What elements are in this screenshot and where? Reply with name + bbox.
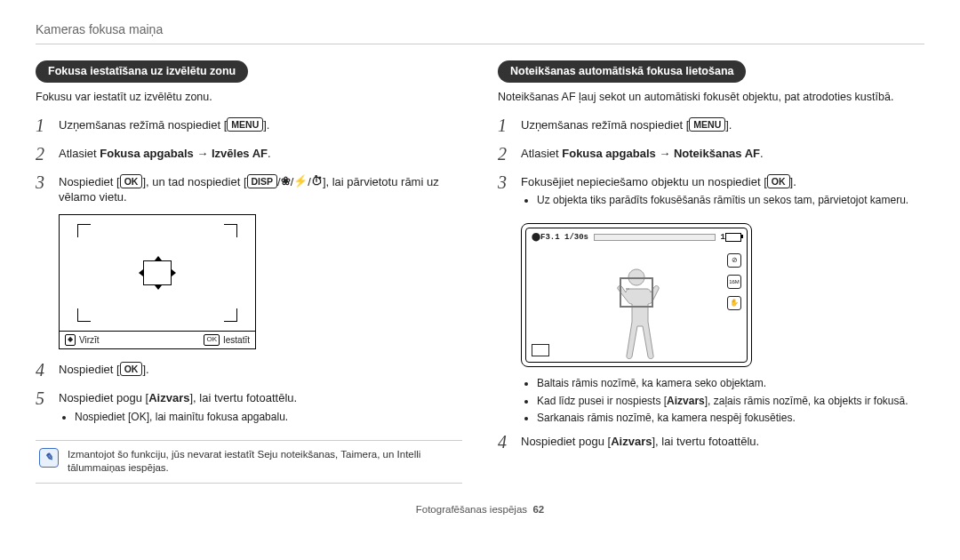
right-column: Noteikšanas automātiskā fokusa lietošana… — [498, 60, 924, 484]
page-footer: Fotografēšanas iespējas 62 — [36, 503, 924, 517]
image-size-icon: 16M — [727, 275, 741, 289]
step-number: 2 — [498, 144, 514, 164]
move-hint: ◆Virzīt — [65, 334, 100, 347]
step-1-right: 1 Uzņemšanas režīmā nospiediet [MENU]. — [498, 116, 924, 135]
intro-right: Noteikšanas AF ļauj sekot un automātiski… — [498, 90, 924, 105]
battery-icon — [725, 233, 741, 242]
menu-button-glyph: MENU — [227, 117, 263, 132]
step-number: 4 — [36, 360, 52, 380]
bold-path: Fokusa apgabals → Izvēles AF — [100, 147, 268, 160]
legend-item: Kad līdz pusei ir nospiests [Aizvars], z… — [537, 394, 924, 408]
disp-glyph: DISP — [247, 174, 278, 188]
note-text: Izmantojot šo funkciju, jūs nevarat iest… — [68, 448, 459, 476]
exposure-bar-icon — [594, 234, 716, 241]
section-pill-right: Noteikšanas automātiskā fokusa lietošana — [498, 60, 746, 83]
frame-color-legend: Baltais rāmis nozīmē, ka kamera seko obj… — [521, 376, 924, 425]
text: Uzņemšanas režīmā nospiediet [ — [521, 118, 689, 132]
camera-screen-illustration-right: ⬤ F3.1 1/30s 1 ⊘ 16M ✋ — [521, 223, 752, 367]
step-5-left: 5 Nospiediet pogu [Aizvars], lai tvertu … — [36, 388, 462, 431]
stabilizer-icon: ✋ — [727, 296, 741, 310]
step-4-right: 4 Nospiediet pogu [Aizvars], lai tvertu … — [498, 432, 924, 452]
step-2-left: 2 Atlasiet Fokusa apgabals → Izvēles AF. — [36, 144, 462, 164]
menu-button-glyph: MENU — [689, 117, 725, 132]
sub-bullet: Nospiediet [OK], lai mainītu fokusa apga… — [75, 410, 462, 424]
text: . — [268, 147, 271, 160]
sub-bullet: Uz objekta tiks parādīts fokusēšanās rām… — [537, 193, 924, 207]
text: ]. — [725, 118, 732, 132]
flash-off-icon: ⊘ — [727, 253, 741, 268]
exposure-readout: F3.1 1/30s — [540, 232, 588, 243]
text: Uzņemšanas režīmā nospiediet [ — [59, 118, 227, 132]
text: ], un tad nospiediet [ — [142, 175, 246, 188]
legend-item: Sarkanais rāmis nozīmē, ka kamera nespēj… — [537, 411, 924, 425]
text: ]. — [790, 175, 796, 188]
bold-shutter: Aizvars — [611, 435, 652, 448]
text: Atlasiet — [59, 147, 100, 160]
step-number: 1 — [498, 116, 514, 135]
step-3-left: 3 Nospiediet [OK], un tad nospiediet [DI… — [36, 172, 462, 205]
legend-item: Baltais rāmis nozīmē, ka kamera seko obj… — [537, 376, 924, 390]
text: ], lai tvertu fotoattēlu. — [652, 435, 759, 448]
steps-right-cont: 4 Nospiediet pogu [Aizvars], lai tvertu … — [498, 432, 924, 452]
step-1-left: 1 Uzņemšanas režīmā nospiediet [MENU]. — [36, 116, 462, 135]
text: ]. — [263, 118, 269, 132]
breadcrumb-header: Kameras fokusa maiņa — [36, 21, 924, 44]
steps-left-cont: 4 Nospiediet [OK]. 5 Nospiediet pogu [Ai… — [36, 360, 462, 431]
ok-button-glyph: OK — [120, 174, 143, 188]
info-icon: ✎ — [39, 448, 59, 468]
two-column-layout: Fokusa iestatīšana uz izvēlētu zonu Foku… — [36, 60, 924, 484]
timer-icon: ⏱ — [311, 175, 323, 188]
left-column: Fokusa iestatīšana uz izvēlētu zonu Foku… — [36, 60, 462, 484]
set-hint: OKIestatīt — [204, 334, 250, 347]
step-number: 3 — [36, 172, 52, 192]
camera-screen-illustration-left: ◆Virzīt OKIestatīt — [59, 214, 256, 350]
metering-icon — [532, 344, 549, 356]
step-number: 3 — [498, 172, 514, 192]
macro-icon: ❀ — [281, 175, 291, 188]
steps-right: 1 Uzņemšanas režīmā nospiediet [MENU]. 2… — [498, 116, 924, 215]
text: . — [760, 147, 764, 160]
step-number: 1 — [36, 116, 52, 135]
mode-indicator-icon: ⬤ — [532, 232, 540, 243]
text: Nospiediet pogu [ — [59, 391, 148, 404]
text: Nospiediet [ — [59, 363, 120, 376]
intro-left: Fokusu var iestatīt uz izvēlētu zonu. — [36, 90, 462, 105]
step-number: 4 — [498, 432, 514, 452]
step-number: 5 — [36, 388, 52, 408]
text: Nospiediet [ — [59, 175, 120, 188]
text: Nospiediet pogu [ — [521, 435, 611, 448]
ok-button-glyph: OK — [767, 174, 790, 188]
step-number: 2 — [36, 144, 52, 164]
tracking-frame-icon — [620, 277, 653, 308]
bold-shutter: Aizvars — [148, 391, 189, 404]
flash-icon: ⚡ — [293, 175, 308, 188]
section-pill-left: Fokusa iestatīšana uz izvēlētu zonu — [36, 60, 248, 83]
step-4-left: 4 Nospiediet [OK]. — [36, 360, 462, 380]
step-2-right: 2 Atlasiet Fokusa apgabals → Noteikšanas… — [498, 144, 924, 164]
text: ]. — [142, 363, 148, 376]
step-3-right: 3 Fokusējiet nepieciešamo objektu un nos… — [498, 172, 924, 215]
text: ], lai tvertu fotoattēlu. — [189, 391, 297, 404]
text: Fokusējiet nepieciešamo objektu un nospi… — [521, 175, 767, 188]
bold-path: Fokusa apgabals → Noteikšanas AF — [562, 147, 760, 160]
ok-button-glyph: OK — [120, 362, 143, 376]
steps-left: 1 Uzņemšanas režīmā nospiediet [MENU]. 2… — [36, 116, 462, 205]
info-note: ✎ Izmantojot šo funkciju, jūs nevarat ie… — [36, 440, 462, 484]
focus-frame-icon — [143, 260, 172, 285]
text: Atlasiet — [521, 147, 562, 160]
